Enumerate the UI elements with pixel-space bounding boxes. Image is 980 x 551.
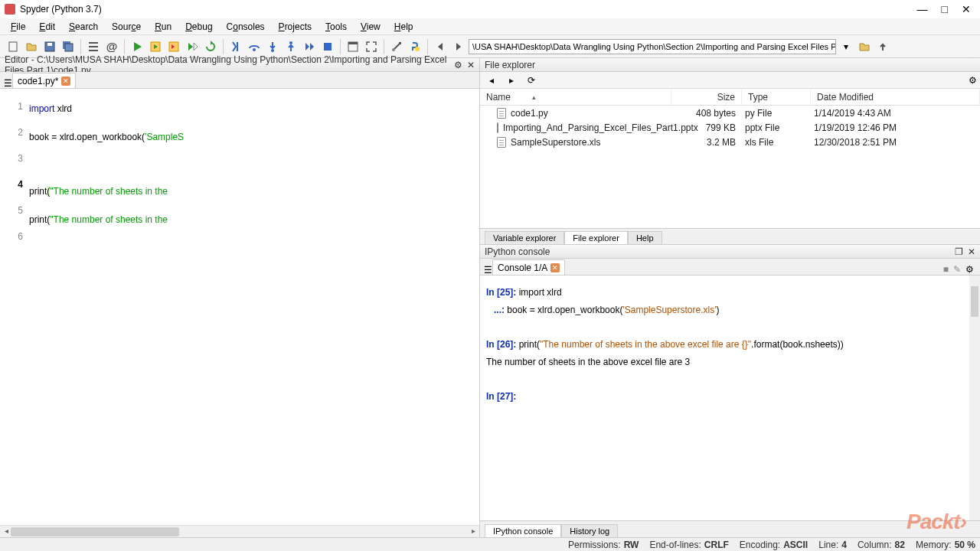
window-title: Spyder (Python 3.7)	[20, 4, 917, 15]
run-icon[interactable]	[129, 38, 145, 55]
run-cell-advance-icon[interactable]	[165, 38, 182, 55]
file-explorer-body: code1.py 408 bytes py File 1/14/2019 4:4…	[480, 106, 980, 228]
continue-icon[interactable]	[301, 38, 318, 55]
file-row[interactable]: Importing_And_Parsing_Excel_Files_Part1.…	[480, 120, 980, 135]
editor-hscrollbar[interactable]: ◂ ▸	[0, 525, 479, 537]
console-clear-icon[interactable]: ✎	[953, 264, 961, 275]
open-file-icon[interactable]	[23, 38, 40, 55]
preferences-icon[interactable]	[388, 38, 405, 55]
tab-variable-explorer[interactable]: Variable explorer	[485, 231, 564, 244]
stop-debug-icon[interactable]	[319, 38, 336, 55]
forward-icon[interactable]	[450, 38, 467, 55]
ipython-restore-icon[interactable]: ❐	[955, 246, 963, 257]
fe-gear-icon[interactable]: ⚙	[969, 75, 977, 86]
file-explorer-nav: ◂ ▸ ⟳ ⚙	[480, 72, 980, 89]
tab-help[interactable]: Help	[628, 231, 662, 244]
menu-projects[interactable]: Projects	[273, 20, 318, 34]
back-icon[interactable]	[432, 38, 449, 55]
python-path-icon[interactable]	[407, 38, 423, 55]
status-mem-value: 50 %	[955, 540, 975, 550]
console-stop-icon[interactable]: ■	[943, 264, 949, 275]
console-list-icon[interactable]: ☰	[483, 266, 492, 275]
ipython-title: IPython console	[485, 246, 550, 257]
tab-label: code1.py*	[18, 76, 58, 86]
col-date[interactable]: Date Modified	[811, 89, 980, 105]
file-row[interactable]: code1.py 408 bytes py File 1/14/2019 4:4…	[480, 106, 980, 120]
console-gear-icon[interactable]: ⚙	[965, 264, 974, 275]
parent-dir-icon[interactable]	[874, 38, 891, 55]
tab-file-explorer[interactable]: File explorer	[564, 231, 628, 244]
console-bottom-tabs: IPython console History log	[480, 520, 980, 537]
spyder-icon	[5, 4, 15, 15]
menu-source[interactable]: Source	[106, 20, 147, 34]
status-col-value: 82	[895, 540, 905, 550]
menu-edit[interactable]: Edit	[33, 20, 61, 34]
file-explorer-header: File explorer	[480, 58, 980, 72]
col-name[interactable]: Name▴	[480, 89, 671, 105]
menu-consoles[interactable]: Consoles	[220, 20, 271, 34]
editor-gear-icon[interactable]: ⚙	[454, 60, 462, 70]
menubar: File Edit Search Source Run Debug Consol…	[0, 18, 980, 35]
ipython-close-icon[interactable]: ✕	[968, 246, 975, 257]
tab-ipython-console[interactable]: IPython console	[485, 524, 561, 537]
save-all-icon[interactable]	[60, 38, 77, 55]
step-over-icon[interactable]	[246, 38, 263, 55]
file-icon	[497, 137, 506, 148]
console-tab-close-icon[interactable]: ✕	[550, 263, 560, 272]
fullscreen-icon[interactable]	[363, 38, 380, 55]
rerun-icon[interactable]	[202, 38, 219, 55]
menu-search[interactable]: Search	[63, 20, 104, 34]
maximize-button[interactable]: □	[942, 3, 948, 15]
step-into-icon[interactable]	[264, 38, 281, 55]
console-vscrollbar[interactable]	[969, 276, 980, 520]
scroll-thumb[interactable]	[11, 527, 179, 536]
col-type[interactable]: Type	[742, 89, 811, 105]
editor-close-icon[interactable]: ✕	[467, 60, 475, 70]
editor-tab-code1[interactable]: code1.py* ✕	[12, 73, 76, 88]
fe-next-icon[interactable]: ▸	[503, 72, 520, 89]
svg-point-14	[392, 48, 395, 51]
col-size[interactable]: Size	[671, 89, 742, 105]
outline-icon[interactable]	[85, 38, 102, 55]
code-editor[interactable]: 123456 import xlrd book = xlrd.open_work…	[0, 89, 479, 525]
debug-icon[interactable]	[227, 38, 244, 55]
step-out-icon[interactable]	[283, 38, 299, 55]
console-tab[interactable]: Console 1/A ✕	[492, 259, 565, 275]
maximize-pane-icon[interactable]	[345, 38, 361, 55]
ipython-console[interactable]: In [25]: import xlrd ...: book = xlrd.op…	[480, 276, 980, 520]
at-icon[interactable]: @	[103, 38, 120, 55]
menu-file[interactable]: File	[5, 20, 31, 34]
new-file-icon[interactable]	[5, 38, 21, 55]
menu-help[interactable]: Help	[388, 20, 420, 34]
code-area[interactable]: import xlrd book = xlrd.open_workbook('S…	[28, 89, 479, 525]
working-dir-input[interactable]: \USA SHAH\Desktop\Data Wrangling Using P…	[469, 39, 836, 54]
svg-rect-2	[47, 43, 52, 46]
run-cell-icon[interactable]	[147, 38, 164, 55]
path-dropdown-icon[interactable]: ▾	[838, 38, 854, 55]
svg-rect-11	[324, 43, 332, 51]
browse-dir-icon[interactable]	[856, 38, 873, 55]
save-icon[interactable]	[41, 38, 58, 55]
status-line-label: Line:	[818, 540, 838, 550]
scroll-right-icon[interactable]: ▸	[469, 527, 478, 535]
vscroll-thumb[interactable]	[971, 286, 978, 317]
scroll-left-icon[interactable]: ◂	[2, 527, 11, 535]
editor-tabrow: ☰ code1.py* ✕	[0, 72, 479, 89]
file-explorer-columns: Name▴ Size Type Date Modified	[480, 89, 980, 106]
menu-tools[interactable]: Tools	[319, 20, 353, 34]
editor-header: Editor - C:\Users\MUSA SHAH\Desktop\Data…	[0, 58, 479, 72]
fe-up-icon[interactable]: ⟳	[523, 72, 540, 89]
file-row[interactable]: SampleSuperstore.xls 3.2 MB xls File 12/…	[480, 135, 980, 149]
fe-prev-icon[interactable]: ◂	[483, 72, 500, 89]
close-button[interactable]: ✕	[962, 3, 971, 15]
tab-close-icon[interactable]: ✕	[61, 77, 70, 86]
tab-list-icon[interactable]: ☰	[3, 79, 12, 88]
menu-debug[interactable]: Debug	[179, 20, 218, 34]
menu-view[interactable]: View	[354, 20, 387, 34]
menu-run[interactable]: Run	[149, 20, 178, 34]
run-selection-icon[interactable]	[184, 38, 201, 55]
status-enc-value: ASCII	[783, 540, 808, 550]
tab-history-log[interactable]: History log	[561, 524, 618, 537]
minimize-button[interactable]: —	[917, 3, 928, 15]
console-tabrow: ☰ Console 1/A ✕ ■ ✎ ⚙	[480, 259, 980, 276]
